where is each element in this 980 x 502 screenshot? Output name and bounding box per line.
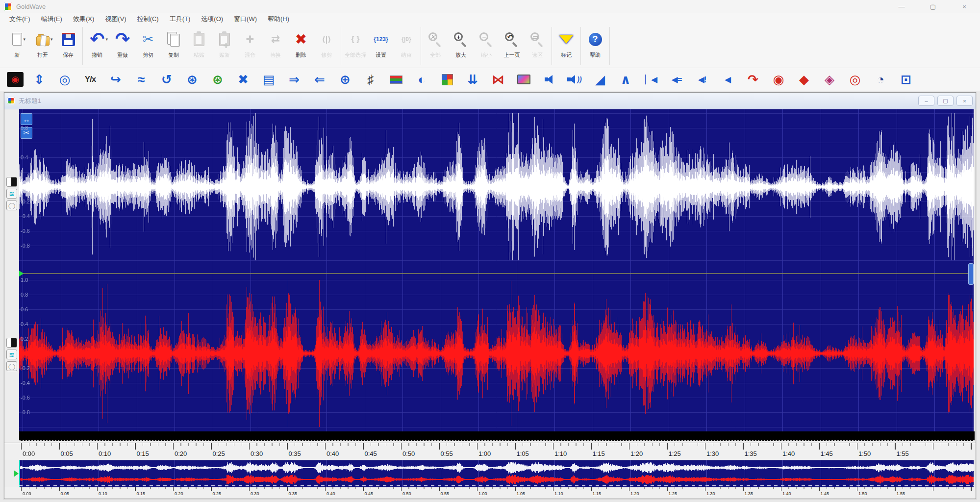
paste-button[interactable]: 粘贴 xyxy=(186,27,212,65)
left-channel-waveform-select-button[interactable]: ≋ xyxy=(6,189,17,199)
fade-in-icon[interactable]: ◢ xyxy=(590,70,610,89)
end-button[interactable]: {|0}结束 xyxy=(394,27,419,65)
dropdown-arrow-icon[interactable]: ▾ xyxy=(50,37,53,42)
shape-icon[interactable]: ✖ xyxy=(233,70,253,89)
expression-evaluator-icon[interactable]: Y/x xyxy=(80,70,100,89)
menu-view[interactable]: 视图(V) xyxy=(100,13,131,25)
offset-icon[interactable]: ⇒ xyxy=(284,70,304,89)
interpolate-icon[interactable] xyxy=(437,70,457,89)
copy-button[interactable]: 复制 xyxy=(161,27,186,65)
cue-arrow-icon[interactable]: ↷ xyxy=(743,70,763,89)
mix-down-icon[interactable]: ⇊ xyxy=(463,70,482,89)
trim-button[interactable]: ⟨|⟩修剪 xyxy=(314,27,339,65)
equalizer-icon[interactable]: ♯ xyxy=(361,70,380,89)
filter-icon[interactable]: ▤ xyxy=(259,70,278,89)
undo-button[interactable]: ↶▾撤销 xyxy=(84,27,110,65)
play-warning-icon[interactable]: ◀! xyxy=(692,70,712,89)
record-monitor-icon[interactable]: ◎ xyxy=(845,70,865,89)
minimize-button[interactable]: — xyxy=(886,0,917,13)
reverse-icon[interactable]: ↺ xyxy=(157,70,176,89)
zoom-sel-button[interactable]: ▭选区 xyxy=(525,27,550,65)
zoom-prev-button[interactable]: ↶上一页 xyxy=(499,27,525,65)
button-label: 设置 xyxy=(376,51,386,59)
time-warp-icon[interactable]: ⇐ xyxy=(310,70,329,89)
menu-tool[interactable]: 工具(T) xyxy=(164,13,196,25)
close-button[interactable]: × xyxy=(949,0,980,13)
zoom-out-button[interactable]: −缩小 xyxy=(474,27,499,65)
mix-button[interactable]: ✚混音 xyxy=(237,27,263,65)
document-restore-button[interactable]: ▢ xyxy=(937,96,954,106)
monitor-icon[interactable]: ⊡ xyxy=(896,70,916,89)
document-titlebar[interactable]: 无标题1 –▢× xyxy=(4,93,976,109)
select-all-button[interactable]: { }全部选择 xyxy=(343,27,368,65)
dropdown-arrow-icon[interactable]: ▾ xyxy=(106,37,108,42)
selection-right-handle[interactable] xyxy=(968,263,974,285)
play-rewind-icon[interactable]: ◀= xyxy=(667,70,686,89)
flange-icon[interactable]: ≈ xyxy=(131,70,151,89)
right-channel-display-mode-button[interactable] xyxy=(6,338,17,348)
dynamics-icon[interactable]: ⇕ xyxy=(29,70,49,89)
document-minimize-button[interactable]: – xyxy=(918,96,934,106)
marker-pair-icon[interactable]: ◈ xyxy=(820,70,839,89)
menu-options[interactable]: 选项(O) xyxy=(196,13,228,25)
menu-window[interactable]: 窗口(W) xyxy=(228,13,262,25)
right-channel-waveform-select-button[interactable]: ≋ xyxy=(6,350,17,359)
volume-icon[interactable] xyxy=(539,70,559,89)
menu-help[interactable]: 帮助(H) xyxy=(262,13,295,25)
toolbar-group-1: ↶▾撤销↷重做✂剪切复制粘贴✚贴新✚混音⇄替换✖删除⟨|⟩修剪 xyxy=(83,27,341,65)
marker-forward-icon[interactable]: ◆ xyxy=(794,70,814,89)
time-label: 0:00 xyxy=(23,491,31,496)
time-ruler-ticks xyxy=(21,443,976,450)
menu-effect[interactable]: 效果(X) xyxy=(68,13,100,25)
restore-button[interactable]: ▢ xyxy=(917,0,949,13)
help-icon: ? xyxy=(589,27,602,51)
doppler-icon[interactable]: ↪ xyxy=(106,70,126,89)
button-label: 缩小 xyxy=(481,51,492,59)
audition-icon[interactable]: ◉ xyxy=(769,70,788,89)
mechanize-icon[interactable]: ⊛ xyxy=(182,70,202,89)
volume-shape-icon[interactable]: )) xyxy=(565,70,584,89)
new-button[interactable]: ▾新 xyxy=(4,27,30,65)
help-button[interactable]: ?帮助 xyxy=(582,27,608,65)
crossfade-icon[interactable]: ⋈ xyxy=(488,70,508,89)
left-channel-display-mode-button[interactable] xyxy=(6,177,17,187)
dropdown-arrow-icon[interactable]: ▾ xyxy=(23,37,25,42)
rewind-start-icon[interactable]: ▏◀ xyxy=(641,70,661,89)
document-body: ≋◯≋◯ ↔✂0.80.4-0.2-0.4-0.6-0.81.00.80.60.… xyxy=(4,109,976,499)
document-close-button[interactable]: × xyxy=(956,96,973,106)
selection-edit-handle[interactable]: ✂ xyxy=(21,127,32,139)
pan-icon[interactable]: ⊕ xyxy=(335,70,355,89)
spectrum-filter-icon[interactable] xyxy=(386,70,406,89)
replace-button[interactable]: ⇄替换 xyxy=(263,27,288,65)
cut-button[interactable]: ✂剪切 xyxy=(135,27,161,65)
noise-reduction-icon[interactable]: ⊛ xyxy=(208,70,227,89)
control-properties-icon[interactable]: ◉ xyxy=(7,72,24,87)
marker-button[interactable]: 标记 xyxy=(553,27,579,65)
overview-canvas[interactable] xyxy=(19,460,974,487)
fade-out-icon[interactable]: ∧ xyxy=(616,70,635,89)
zoom-all-button[interactable]: ✕全部 xyxy=(423,27,448,65)
timer-icon[interactable]: ◔ xyxy=(871,70,890,89)
time-label: 0:00 xyxy=(23,450,35,457)
redo-button[interactable]: ↷重做 xyxy=(110,27,135,65)
open-button[interactable]: ▾打开 xyxy=(30,27,55,65)
toolbar-group-0: ▾新▾打开保存 xyxy=(3,27,83,65)
menu-file[interactable]: 文件(F) xyxy=(4,13,36,25)
right-channel-status-button[interactable]: ◯ xyxy=(6,361,17,371)
paste-new-button[interactable]: ✚贴新 xyxy=(212,27,237,65)
waveform-canvas[interactable] xyxy=(19,109,974,431)
selection-move-handle[interactable]: ↔ xyxy=(21,113,32,125)
play-cue-icon[interactable]: ◀ xyxy=(718,70,737,89)
menu-control[interactable]: 控制(C) xyxy=(132,13,164,25)
menu-edit[interactable]: 编辑(E) xyxy=(36,13,68,25)
left-channel-status-button[interactable]: ◯ xyxy=(6,201,17,210)
toolbar-group-5: ?帮助 xyxy=(581,27,610,65)
set-button[interactable]: {123}设置 xyxy=(368,27,394,65)
delete-button[interactable]: ✖删除 xyxy=(288,27,314,65)
video-icon[interactable] xyxy=(514,70,533,89)
zoom-in-button[interactable]: +放大 xyxy=(448,27,474,65)
button-label: 选区 xyxy=(532,51,543,59)
echo-icon[interactable]: ◎ xyxy=(55,70,75,89)
save-button[interactable]: 保存 xyxy=(55,27,81,65)
invert-icon[interactable]: ◐ xyxy=(412,70,431,89)
